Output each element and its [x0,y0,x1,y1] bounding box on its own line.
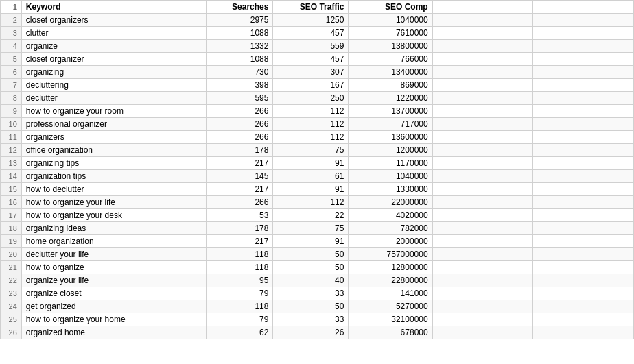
row-number: 16 [1,196,22,209]
table-row: 5closet organizer1088457766000 [1,53,634,66]
searches-cell: 118 [206,261,273,274]
table-row: 21how to organize1185012800000 [1,261,634,274]
keyword-cell: get organized [21,300,206,313]
table-row: 7decluttering398167869000 [1,79,634,92]
seo-comp-cell: 717000 [349,118,432,131]
seo-comp-cell: 1200000 [349,144,432,157]
table-row: 25how to organize your home793332100000 [1,313,634,326]
extra-cell-2 [533,157,634,170]
keyword-cell: how to organize your home [21,313,206,326]
row-number: 17 [1,209,22,222]
searches-cell: 79 [206,287,273,300]
row-number: 2 [1,14,22,27]
table-row: 13organizing tips217911170000 [1,157,634,170]
searches-cell: 53 [206,209,273,222]
row-number: 4 [1,40,22,53]
seo-traffic-cell: 61 [273,170,349,183]
keyword-cell: how to declutter [21,183,206,196]
extra-cell-2 [533,248,634,261]
extra-col-2 [533,1,634,14]
seo-comp-cell: 869000 [349,79,432,92]
searches-cell: 178 [206,222,273,235]
seo-comp-cell: 5270000 [349,300,432,313]
row-number: 6 [1,66,22,79]
extra-cell-2 [533,261,634,274]
extra-cell-2 [533,66,634,79]
seo-traffic-cell: 33 [273,313,349,326]
extra-cell-1 [432,40,533,53]
seo-traffic-cell: 559 [273,40,349,53]
seo-comp-cell: 141000 [349,287,432,300]
seo-comp-cell: 13400000 [349,66,432,79]
row-number: 21 [1,261,22,274]
seo-traffic-cell: 75 [273,144,349,157]
extra-cell-1 [432,27,533,40]
seo-traffic-header: SEO Traffic [273,1,349,14]
extra-cell-1 [432,287,533,300]
seo-comp-cell: 22800000 [349,274,432,287]
keyword-cell: organized home [21,326,206,339]
extra-cell-2 [533,183,634,196]
keyword-cell: declutter your life [21,248,206,261]
extra-cell-2 [533,326,634,339]
searches-cell: 217 [206,235,273,248]
seo-comp-header: SEO Comp [349,1,432,14]
seo-comp-cell: 1220000 [349,92,432,105]
seo-traffic-cell: 50 [273,248,349,261]
extra-cell-1 [432,79,533,92]
seo-comp-cell: 2000000 [349,235,432,248]
extra-cell-1 [432,300,533,313]
seo-traffic-cell: 112 [273,118,349,131]
seo-comp-cell: 1330000 [349,183,432,196]
extra-cell-1 [432,209,533,222]
table-row: 15how to declutter217911330000 [1,183,634,196]
extra-cell-1 [432,274,533,287]
row-number: 15 [1,183,22,196]
seo-traffic-cell: 33 [273,287,349,300]
table-row: 4organize133255913800000 [1,40,634,53]
searches-cell: 217 [206,183,273,196]
seo-traffic-cell: 307 [273,66,349,79]
extra-cell-1 [432,53,533,66]
table-row: 20declutter your life11850757000000 [1,248,634,261]
searches-cell: 1088 [206,53,273,66]
data-table: 1 Keyword Searches SEO Traffic SEO Comp … [0,0,634,339]
seo-traffic-cell: 250 [273,92,349,105]
seo-traffic-cell: 167 [273,79,349,92]
table-row: 11organizers26611213600000 [1,131,634,144]
seo-comp-cell: 22000000 [349,196,432,209]
extra-cell-2 [533,92,634,105]
searches-cell: 398 [206,79,273,92]
seo-comp-cell: 766000 [349,53,432,66]
row-number: 8 [1,92,22,105]
keyword-cell: how to organize your life [21,196,206,209]
header-row: 1 Keyword Searches SEO Traffic SEO Comp [1,1,634,14]
table-row: 12office organization178751200000 [1,144,634,157]
searches-cell: 95 [206,274,273,287]
extra-cell-2 [533,79,634,92]
searches-cell: 118 [206,300,273,313]
searches-cell: 266 [206,105,273,118]
seo-comp-cell: 1040000 [349,14,432,27]
row-number: 7 [1,79,22,92]
extra-cell-1 [432,170,533,183]
keyword-cell: decluttering [21,79,206,92]
row-number: 25 [1,313,22,326]
keyword-header: Keyword [21,1,206,14]
extra-cell-1 [432,222,533,235]
row-number: 11 [1,131,22,144]
extra-cell-1 [432,14,533,27]
extra-cell-2 [533,170,634,183]
extra-cell-2 [533,27,634,40]
extra-cell-2 [533,144,634,157]
seo-comp-cell: 757000000 [349,248,432,261]
seo-traffic-cell: 75 [273,222,349,235]
searches-cell: 62 [206,326,273,339]
keyword-cell: organize [21,40,206,53]
table-row: 24get organized118505270000 [1,300,634,313]
extra-cell-1 [432,92,533,105]
keyword-cell: declutter [21,92,206,105]
extra-cell-2 [533,222,634,235]
seo-traffic-cell: 26 [273,326,349,339]
row-number-header: 1 [1,1,22,14]
